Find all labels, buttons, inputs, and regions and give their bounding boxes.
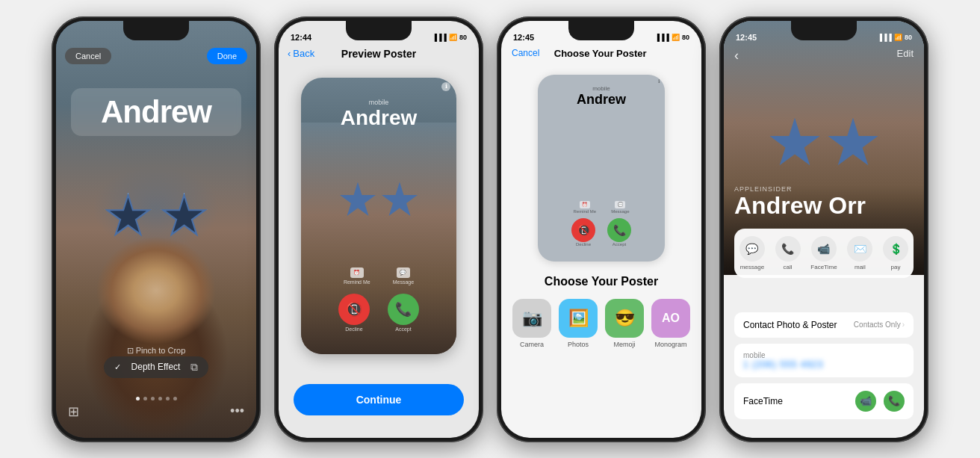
small-action-buttons: ⏰ Remind Me 💬 Message	[344, 267, 414, 285]
preview-star-right	[381, 182, 418, 220]
phone3-name: Andrew	[538, 92, 665, 108]
phone3-decline-btn[interactable]: 📵	[571, 218, 595, 242]
star-glasses	[71, 193, 241, 245]
message-label: Message	[393, 279, 414, 285]
pay-action[interactable]: 💲 pay	[883, 236, 908, 270]
phone3-decline-label: Decline	[576, 242, 591, 247]
camera-icon: 📷	[512, 299, 551, 338]
contact-name: Andrew	[101, 94, 211, 130]
message-btn: 💬 Message	[393, 267, 414, 285]
preview-name: Andrew	[301, 106, 456, 130]
phone3-preview-card: ℹ mobile Andrew ⏰ Remind Me 💬 Message	[538, 75, 665, 262]
phone3-remind-btn: ⏰ Remind Me	[573, 201, 596, 214]
battery-icon: 80	[459, 34, 467, 41]
phone3-call-area: ⏰ Remind Me 💬 Message 📵 Decline 📞	[538, 201, 665, 247]
pay-circle-icon: 💲	[883, 236, 908, 262]
back-button-4[interactable]: ‹	[734, 48, 739, 64]
info-badge: ℹ	[441, 82, 450, 91]
mail-action-label: mail	[855, 264, 866, 270]
status-icons-3: ▐▐▐ 📶 80	[655, 34, 689, 41]
depth-label: Depth Effect	[131, 362, 181, 372]
phone3-message-label: Message	[611, 209, 629, 214]
photos-option[interactable]: 🖼️ Photos	[559, 299, 598, 348]
message-action-label: message	[740, 264, 764, 270]
action-icons: 💬 message 📞 call 📹 FaceTime ✉️ mail 💲	[734, 229, 914, 278]
phone3-decline-col: 📵 Decline	[571, 218, 595, 247]
back-button[interactable]: ‹ Back	[288, 48, 314, 59]
cancel-button-3[interactable]: Cancel	[512, 48, 539, 58]
phone-3-screen: 12:45 ▐▐▐ 📶 80 Cancel Choose Your Poster…	[501, 21, 701, 438]
monogram-label: Monogram	[654, 341, 686, 348]
decline-col: 📵 Decline	[338, 294, 370, 332]
photos-label: Photos	[568, 341, 589, 348]
monogram-icon: AO	[651, 299, 690, 338]
status-icons-4: ▐▐▐ 📶 80	[878, 34, 912, 41]
status-time-4: 12:45	[736, 33, 757, 42]
memoji-icon: 😎	[605, 299, 644, 338]
accept-button[interactable]: 📞	[388, 294, 419, 325]
memoji-option[interactable]: 😎 Memoji	[605, 299, 644, 348]
phone3-remind-icon: ⏰	[580, 201, 590, 208]
status-bar-4: 12:45 ▐▐▐ 📶 80	[724, 21, 924, 48]
wifi-icon-4: 📶	[894, 34, 902, 41]
phone3-info-badge: ℹ	[658, 78, 660, 84]
status-time-3: 12:45	[513, 33, 534, 42]
phone3-header: Cancel Choose Your Poster	[501, 48, 701, 59]
preview-card: ℹ mobile Andrew ⏰ Remind Me 💬	[301, 78, 456, 354]
dot-6	[173, 397, 177, 400]
signal-icon-4: ▐▐▐	[878, 34, 892, 41]
photo-library-icon[interactable]: ⊞	[68, 403, 79, 420]
message-action[interactable]: 💬 message	[739, 236, 765, 270]
phone4-name-area: APPLEINSIDER Andrew Orr	[734, 185, 914, 408]
signal-icon: ▐▐▐	[432, 34, 447, 41]
more-options-icon[interactable]: •••	[230, 403, 244, 419]
monogram-option[interactable]: AO Monogram	[651, 299, 690, 348]
wifi-icon: 📶	[449, 34, 457, 41]
notch	[123, 21, 189, 40]
preview-name-area: mobile Andrew	[301, 99, 456, 130]
wifi-icon-3: 📶	[672, 34, 680, 41]
mail-action[interactable]: ✉️ mail	[847, 236, 872, 270]
pinch-label: ⊡ Pinch to Crop	[56, 346, 256, 356]
choose-poster-heading: Choose Your Poster	[501, 275, 701, 288]
preview-star-left	[339, 182, 376, 220]
camera-label: Camera	[520, 341, 544, 348]
memoji-label: Memoji	[613, 341, 635, 348]
done-button[interactable]: Done	[207, 48, 247, 64]
signal-icon-3: ▐▐▐	[655, 34, 669, 41]
dot-2	[143, 397, 147, 400]
phone-3: 12:45 ▐▐▐ 📶 80 Cancel Choose Your Poster…	[497, 16, 706, 442]
phone4-header-bar: ‹ Edit	[724, 48, 924, 64]
phone4-contact-section: 💬 message 📞 call 📹 FaceTime ✉️ mail 💲	[724, 223, 924, 278]
call-action-label: call	[784, 264, 793, 270]
call-action[interactable]: 📞 call	[775, 236, 801, 270]
facetime-action[interactable]: 📹 FaceTime	[810, 236, 837, 270]
phone3-mobile-label: mobile	[538, 85, 665, 92]
edit-button[interactable]: Edit	[897, 48, 914, 64]
depth-effect-toggle[interactable]: ✓ Depth Effect ⧉	[104, 356, 208, 378]
battery-icon-3: 80	[682, 34, 689, 41]
decline-button[interactable]: 📵	[338, 294, 370, 325]
star-left	[104, 193, 152, 241]
source-label: APPLEINSIDER	[734, 185, 914, 193]
depth-checkmark: ✓	[114, 362, 121, 372]
dot-3	[151, 397, 155, 400]
decline-label: Decline	[345, 327, 362, 332]
status-icons-2: ▐▐▐ 📶 80	[432, 34, 467, 41]
phone3-message-btn: 💬 Message	[611, 201, 629, 214]
phone3-small-btns: ⏰ Remind Me 💬 Message	[573, 201, 629, 214]
phone3-accept-btn[interactable]: 📞	[607, 218, 631, 242]
notch-3	[568, 21, 634, 40]
star-right	[160, 193, 208, 241]
message-icon: 💬	[397, 267, 410, 278]
camera-option[interactable]: 📷 Camera	[512, 299, 551, 348]
remind-me-btn: ⏰ Remind Me	[344, 267, 370, 285]
continue-button[interactable]: Continue	[294, 384, 464, 415]
preview-call-buttons: ⏰ Remind Me 💬 Message 📵 Decline 📞	[301, 267, 456, 332]
phone3-accept-col: 📞 Accept	[607, 218, 631, 247]
cancel-button[interactable]: Cancel	[65, 48, 111, 64]
phone-4: 12:45 ▐▐▐ 📶 80 ‹ Edit APPLEINSIDER Andre…	[719, 16, 928, 442]
poster-options: 📷 Camera 🖼️ Photos 😎 Memoji AO Monogram	[501, 299, 701, 348]
preview-star-glasses	[308, 182, 449, 220]
phone4-star-right	[827, 118, 879, 170]
